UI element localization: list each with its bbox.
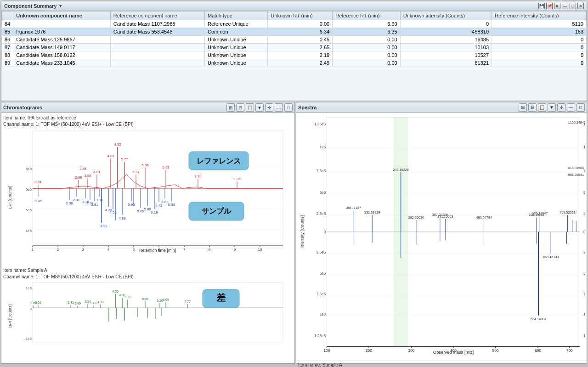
svg-text:7.5e5: 7.5e5: [583, 292, 585, 296]
maximize-button[interactable]: □: [570, 3, 576, 9]
spectra-btn-dropdown[interactable]: ▼: [548, 103, 556, 112]
dropdown-arrow-icon[interactable]: ▼: [58, 4, 62, 8]
svg-text:6.34: 6.34: [168, 203, 175, 207]
ref-intensity: 0: [492, 51, 587, 59]
svg-text:1e6: 1e6: [583, 312, 585, 316]
unknown-name: Candidate Mass 158.0122: [13, 51, 111, 59]
spectra-toolbar: Spectra ⊞ ⊟ 📋 ▼ ✛ — □: [296, 102, 587, 113]
svg-text:188.07127: 188.07127: [345, 206, 361, 210]
diff-svg: 1e6 0 -1e6 0.05 0.61 2.41 2.90 3.54 3.81: [16, 280, 293, 351]
svg-text:700: 700: [566, 348, 573, 353]
col-reference-rt[interactable]: Reference RT (min): [333, 11, 401, 20]
chroma-item-name: Item name: IPA extract as reference: [3, 115, 293, 121]
match-type: Unknown Unique: [204, 44, 267, 51]
table-row[interactable]: 89 Candidate Mass 233.1045 Unknown Uniqu…: [2, 59, 587, 67]
svg-text:5.27: 5.27: [124, 295, 131, 299]
svg-text:0: 0: [30, 307, 32, 311]
row-id: 85: [2, 28, 13, 36]
svg-text:2.5e5: 2.5e5: [583, 250, 585, 254]
chroma-maximize[interactable]: □: [284, 103, 293, 112]
chroma-channel-name: Channel name: 1: TOF MSª (50-1200) 4eV E…: [3, 121, 293, 128]
spectra-chart-content: 1.25e6 1e6 7.5e5 5e5 2.5e5 0 2.5e5 5e5 7…: [296, 113, 587, 361]
chroma-minimize[interactable]: —: [275, 103, 283, 112]
row-id: 86: [2, 36, 13, 44]
hash-button[interactable]: #: [554, 3, 560, 9]
spectra-btn-1[interactable]: ⊞: [519, 103, 527, 112]
component-summary-title: Component Summary: [4, 3, 57, 9]
component-summary-header: Component Summary ▼ 💾 📌 # — □ ×: [1, 1, 587, 11]
svg-text:2.5e5: 2.5e5: [583, 211, 585, 216]
spectra-minimize[interactable]: —: [567, 103, 575, 112]
chroma-btn-dropdown[interactable]: ▼: [255, 103, 264, 112]
save-button[interactable]: 💾: [538, 3, 545, 9]
svg-text:400: 400: [450, 348, 457, 353]
unknown-rt: 2.49: [268, 59, 333, 67]
pin-button[interactable]: 📌: [546, 3, 553, 9]
svg-text:1.25e6: 1.25e6: [314, 333, 326, 338]
spectra-btn-3[interactable]: 📋: [538, 103, 546, 112]
svg-text:4.31: 4.31: [97, 300, 104, 304]
svg-text:5.86: 5.86: [141, 163, 149, 167]
table-row[interactable]: 85 Irganox 1076 Candidate Mass 553.4546 …: [2, 28, 587, 36]
svg-text:8: 8: [209, 248, 211, 252]
ref-rt: 0.00: [333, 44, 401, 51]
svg-text:1e6: 1e6: [26, 229, 32, 233]
svg-text:6.69: 6.69: [163, 298, 169, 301]
minimize-button[interactable]: —: [562, 3, 568, 9]
col-unknown-component[interactable]: Unknown component name: [13, 11, 111, 20]
svg-text:1e6: 1e6: [319, 145, 326, 149]
component-summary-panel: Component Summary ▼ 💾 📌 # — □ × Unknown …: [1, 1, 587, 101]
svg-text:3.81: 3.81: [91, 203, 98, 207]
svg-text:2.90: 2.90: [74, 302, 81, 305]
spectra-btn-move[interactable]: ✛: [557, 103, 565, 112]
svg-text:4.58: 4.58: [109, 210, 117, 215]
close-button[interactable]: ×: [577, 3, 584, 9]
unknown-name: Candidate Mass 125.9867: [13, 36, 111, 44]
spectra-btn-2[interactable]: ⊟: [528, 103, 537, 112]
chroma-btn-1[interactable]: ⊞: [226, 103, 235, 112]
chromatograms-panel: Chromatograms ⊞ ⊟ 📋 ▼ ✛ — □ Item name: I…: [1, 102, 295, 364]
col-match-type[interactable]: Match type: [204, 11, 267, 20]
col-unknown-intensity[interactable]: Unknown intensity (Counts): [400, 11, 492, 20]
svg-text:916.82504: 916.82504: [568, 166, 584, 170]
sample-channel-name: Channel name: 1: TOF MSª (50-1200) 4eV E…: [3, 274, 293, 280]
ref-intensity: 163: [492, 28, 587, 36]
svg-text:5e5: 5e5: [583, 271, 585, 276]
svg-text:2.41: 2.41: [68, 301, 74, 304]
svg-text:4.55: 4.55: [114, 142, 121, 147]
svg-text:249.10226: 249.10226: [393, 168, 408, 172]
unknown-rt: 0.45: [268, 36, 333, 44]
svg-text:10: 10: [258, 248, 262, 252]
y-axis-label-diff: BPI [Counts]: [8, 304, 12, 327]
table-row[interactable]: 86 Candidate Mass 125.9867 Unknown Uniqu…: [2, 36, 587, 44]
unknown-intensity: 458310: [400, 28, 492, 36]
col-unknown-rt[interactable]: Unknown RT (min): [268, 11, 333, 20]
svg-text:2.5e5: 2.5e5: [317, 211, 326, 216]
chromatograms-title: Chromatograms: [3, 105, 42, 110]
svg-text:636.14647: 636.14647: [532, 211, 548, 215]
unknown-intensity: 81321: [400, 59, 492, 67]
spectra-maximize[interactable]: □: [577, 103, 585, 112]
table-row[interactable]: 87 Candidate Mass 149.0117 Unknown Uniqu…: [2, 44, 587, 51]
svg-text:500: 500: [492, 348, 499, 353]
unknown-intensity: 0: [400, 20, 492, 28]
component-table: Unknown component name Reference compone…: [1, 11, 587, 67]
svg-text:3.54: 3.54: [85, 300, 91, 303]
col-reference-intensity[interactable]: Reference intensity (Counts): [492, 11, 587, 20]
chroma-btn-3[interactable]: 📋: [246, 103, 254, 112]
svg-text:6.26: 6.26: [157, 299, 163, 302]
svg-text:232.09929: 232.09929: [364, 210, 380, 215]
table-row[interactable]: 88 Candidate Mass 158.0122 Unknown Uniqu…: [2, 51, 587, 59]
row-id: 88: [2, 51, 13, 59]
spectra-title: Spectra: [298, 105, 317, 110]
chroma-btn-move[interactable]: ✛: [265, 103, 273, 112]
svg-text:5.27: 5.27: [121, 157, 128, 161]
col-reference-component[interactable]: Reference component name: [110, 11, 204, 20]
table-row[interactable]: 84 Candidate Mass 1107.2988 Reference Un…: [2, 20, 587, 28]
reference-name: Candidate Mass 1107.2988: [110, 20, 204, 28]
chroma-btn-2[interactable]: ⊟: [236, 103, 244, 112]
match-type: Common: [204, 28, 267, 36]
svg-text:4.55: 4.55: [112, 290, 119, 293]
svg-text:292.26020: 292.26020: [408, 215, 424, 220]
sample-item-name: Item name: Sample A: [3, 267, 293, 274]
